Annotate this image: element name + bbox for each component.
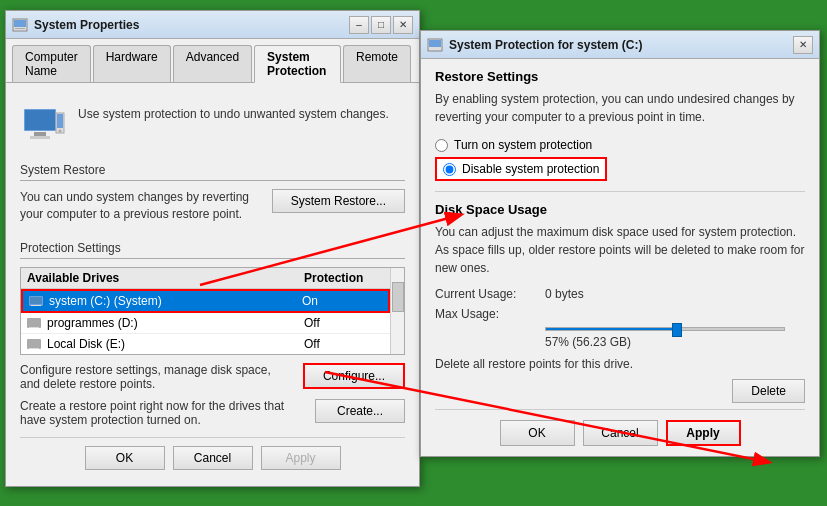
current-usage-value: 0 bytes <box>545 287 584 301</box>
table-row[interactable]: Local Disk (E:) Off <box>21 334 390 355</box>
col-protection: Protection <box>304 271 384 285</box>
svg-rect-18 <box>429 40 441 47</box>
svg-rect-11 <box>30 297 42 304</box>
sys-prot-dialog: System Protection for system (C:) ✕ Rest… <box>420 30 820 457</box>
tab-remote[interactable]: Remote <box>343 45 411 82</box>
dialog-close-button[interactable]: ✕ <box>793 36 813 54</box>
sys-prot-icon <box>427 37 443 53</box>
system-restore-desc: You can undo system changes by reverting… <box>20 189 262 223</box>
disk-space-label: Disk Space Usage <box>435 202 805 217</box>
system-restore-label: System Restore <box>20 163 405 181</box>
sys-props-dialog-btns: OK Cancel Apply <box>20 437 405 474</box>
tab-hardware[interactable]: Hardware <box>93 45 171 82</box>
configure-button[interactable]: Configure... <box>303 363 405 389</box>
radio-disable[interactable] <box>443 163 456 176</box>
sp-dialog-btns: OK Cancel Apply <box>435 409 805 446</box>
sys-prot-titlebar: System Protection for system (C:) ✕ <box>421 31 819 59</box>
restore-settings-label: Restore Settings <box>435 69 805 84</box>
slider-thumb <box>672 323 682 337</box>
drive-protection: On <box>302 294 382 308</box>
sys-header-text: Use system protection to undo unwanted s… <box>78 103 389 121</box>
slider-track <box>545 327 785 331</box>
svg-rect-13 <box>27 318 41 328</box>
drive-icon <box>27 316 43 330</box>
create-desc: Create a restore point right now for the… <box>20 399 305 427</box>
drive-name: system (C:) (System) <box>49 294 302 308</box>
sys-prot-controls: ✕ <box>793 36 813 54</box>
sys-props-titlebar: System Properties – □ ✕ <box>6 11 419 39</box>
sys-prot-title: System Protection for system (C:) <box>427 37 642 53</box>
svg-rect-12 <box>31 305 41 306</box>
table-row[interactable]: programmes (D:) Off <box>21 313 390 334</box>
scrollbar[interactable] <box>390 268 404 354</box>
svg-rect-14 <box>29 327 39 328</box>
sys-props-title: System Properties <box>12 17 139 33</box>
svg-rect-15 <box>27 339 41 349</box>
maximize-button[interactable]: □ <box>371 16 391 34</box>
svg-rect-4 <box>25 110 55 130</box>
sys-props-tabbar: Computer Name Hardware Advanced System P… <box>6 39 419 83</box>
system-properties-window: System Properties – □ ✕ Computer Name Ha… <box>5 10 420 487</box>
scrollbar-thumb <box>392 282 404 312</box>
table-row[interactable]: system (C:) (System) On <box>21 289 390 313</box>
minimize-button[interactable]: – <box>349 16 369 34</box>
svg-rect-8 <box>57 114 63 128</box>
tab-system-protection[interactable]: System Protection <box>254 45 341 83</box>
radio-disable-row[interactable]: Disable system protection <box>435 157 607 181</box>
svg-rect-1 <box>14 20 26 27</box>
current-usage-label: Current Usage: <box>435 287 545 301</box>
configure-desc: Configure restore settings, manage disk … <box>20 363 293 391</box>
col-drives: Available Drives <box>27 271 304 285</box>
delete-desc: Delete all restore points for this drive… <box>435 357 805 371</box>
sys-props-controls: – □ ✕ <box>349 16 413 34</box>
svg-point-9 <box>59 130 62 133</box>
drive-protection: Off <box>304 337 384 351</box>
drive-name: programmes (D:) <box>47 316 304 330</box>
sys-props-content: Use system protection to undo unwanted s… <box>6 83 419 486</box>
sys-prot-content: Restore Settings By enabling system prot… <box>421 59 819 456</box>
create-button[interactable]: Create... <box>315 399 405 423</box>
protection-settings-label: Protection Settings <box>20 241 405 259</box>
svg-rect-6 <box>30 136 50 139</box>
sp-apply-button[interactable]: Apply <box>666 420 741 446</box>
drive-name: Local Disk (E:) <box>47 337 304 351</box>
disk-space-desc: You can adjust the maximum disk space us… <box>435 223 805 277</box>
table-header: Available Drives Protection <box>21 268 390 289</box>
ok-button[interactable]: OK <box>85 446 165 470</box>
table-inner: Available Drives Protection system (C:) … <box>21 268 404 355</box>
delete-btn-row: Delete <box>435 379 805 403</box>
close-button[interactable]: ✕ <box>393 16 413 34</box>
drive-protection: Off <box>304 316 384 330</box>
apply-button[interactable]: Apply <box>261 446 341 470</box>
max-usage-slider[interactable] <box>545 327 785 331</box>
radio-turn-on[interactable] <box>435 139 448 152</box>
delete-button[interactable]: Delete <box>732 379 805 403</box>
max-usage-percent: 57% (56.23 GB) <box>545 335 805 349</box>
restore-desc: By enabling system protection, you can u… <box>435 90 805 126</box>
drives-table: Available Drives Protection system (C:) … <box>20 267 405 355</box>
current-usage-row: Current Usage: 0 bytes <box>435 287 805 301</box>
max-usage-row: Max Usage: <box>435 307 805 321</box>
sys-props-icon <box>12 17 28 33</box>
radio-disable-label: Disable system protection <box>462 162 599 176</box>
max-usage-label: Max Usage: <box>435 307 545 321</box>
drive-icon <box>27 337 43 351</box>
sp-cancel-button[interactable]: Cancel <box>583 420 658 446</box>
radio-turn-on-row[interactable]: Turn on system protection <box>435 138 805 152</box>
cancel-button[interactable]: Cancel <box>173 446 253 470</box>
drive-icon <box>29 294 45 308</box>
system-restore-button[interactable]: System Restore... <box>272 189 405 213</box>
tab-advanced[interactable]: Advanced <box>173 45 252 82</box>
system-icon <box>20 103 68 151</box>
sys-header: Use system protection to undo unwanted s… <box>20 95 405 163</box>
slider-fill <box>546 328 682 330</box>
svg-rect-16 <box>29 348 39 349</box>
sp-ok-button[interactable]: OK <box>500 420 575 446</box>
radio-turn-on-label: Turn on system protection <box>454 138 592 152</box>
divider <box>435 191 805 192</box>
svg-rect-2 <box>15 28 25 29</box>
tab-computer-name[interactable]: Computer Name <box>12 45 91 82</box>
